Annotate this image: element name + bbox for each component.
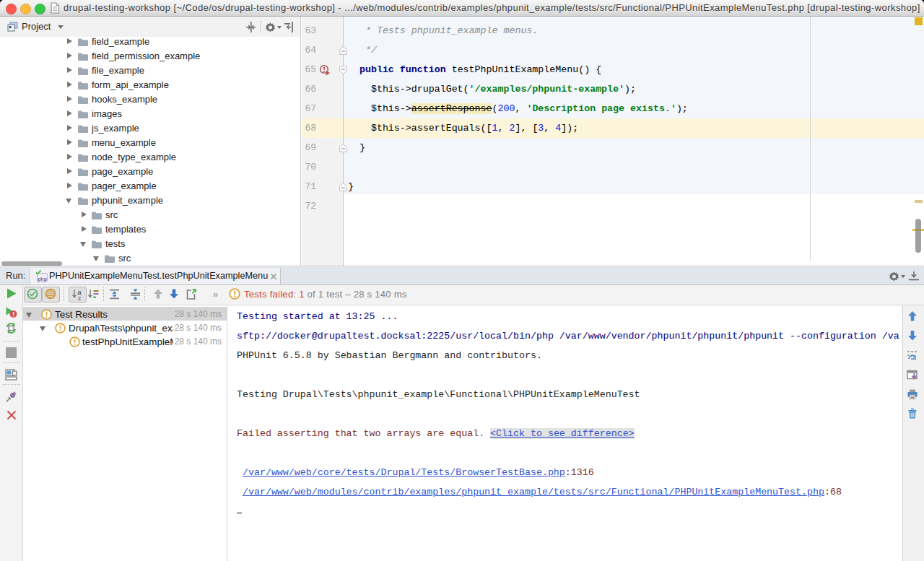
svg-text:php: php <box>38 277 47 282</box>
svg-text:z: z <box>78 295 82 301</box>
